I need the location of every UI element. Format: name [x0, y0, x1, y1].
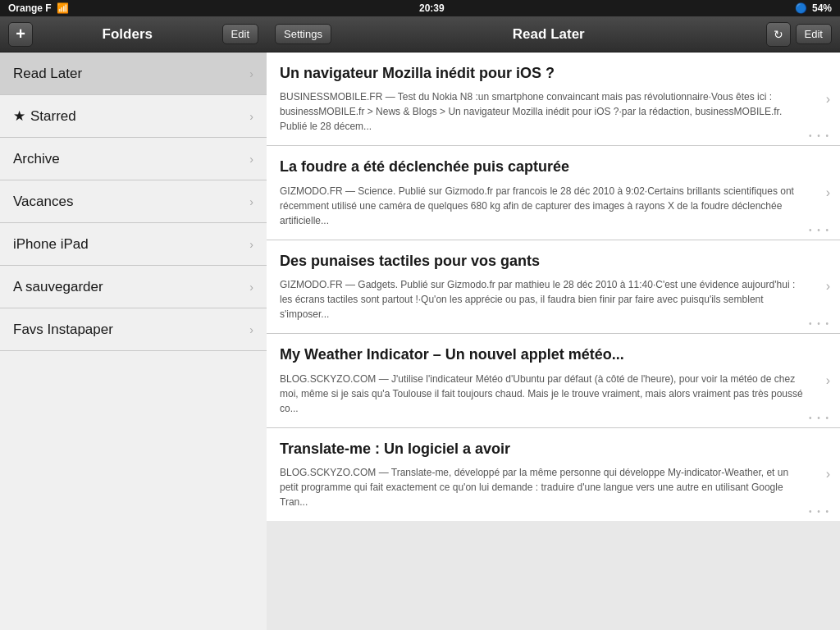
sidebar: + Folders Edit Read Later › ★ Starred › …: [0, 16, 267, 630]
battery-label: 54%: [812, 2, 832, 14]
article-item[interactable]: Un navigateur Mozilla inédit pour iOS ? …: [267, 52, 840, 146]
article-title: Un navigateur Mozilla inédit pour iOS ?: [280, 64, 807, 83]
add-folder-button[interactable]: +: [8, 22, 33, 47]
sidebar-header: + Folders Edit: [0, 16, 267, 52]
status-left: Orange F 📶: [8, 2, 69, 14]
sidebar-item-favs-instapaper[interactable]: Favs Instapaper ›: [0, 308, 267, 351]
article-chevron-icon: ›: [826, 185, 830, 200]
article-title: Translate-me : Un logiciel a avoir: [280, 440, 807, 459]
article-chevron-icon: ›: [826, 373, 830, 388]
article-dots: • • •: [809, 226, 830, 235]
sidebar-item-label: Read Later: [13, 66, 82, 82]
sidebar-item-label: A sauvegarder: [13, 279, 103, 295]
article-chevron-icon: ›: [826, 279, 830, 294]
bluetooth-icon: 🔵: [795, 2, 807, 14]
content-area: Settings Read Later ↻ Edit Un navigateur…: [267, 16, 840, 630]
article-chevron-icon: ›: [826, 92, 830, 107]
article-dots: • • •: [809, 319, 830, 328]
chevron-icon: ›: [249, 110, 253, 123]
star-icon: ★: [13, 107, 25, 125]
article-dots: • • •: [809, 413, 830, 422]
chevron-icon: ›: [249, 195, 253, 208]
sidebar-item-label: iPhone iPad: [13, 236, 89, 253]
article-excerpt: GIZMODO.FR — Gadgets. Publié sur Gizmodo…: [280, 277, 807, 322]
article-item[interactable]: La foudre a été déclenchée puis capturée…: [267, 146, 840, 240]
sidebar-item-label: ★ Starred: [13, 107, 76, 125]
time-label: 20:39: [419, 2, 445, 14]
article-list: Un navigateur Mozilla inédit pour iOS ? …: [267, 52, 840, 630]
article-title: La foudre a été déclenchée puis capturée: [280, 158, 807, 176]
sidebar-item-archive[interactable]: Archive ›: [0, 138, 267, 180]
article-dots: • • •: [809, 507, 830, 516]
content-edit-button[interactable]: Edit: [796, 24, 832, 44]
chevron-icon: ›: [249, 153, 253, 166]
refresh-button[interactable]: ↻: [766, 22, 791, 47]
settings-button[interactable]: Settings: [275, 24, 331, 44]
status-bar: Orange F 📶 20:39 🔵 54%: [0, 0, 840, 16]
article-dots: • • •: [809, 131, 830, 140]
sidebar-title: Folders: [103, 26, 153, 43]
sidebar-item-iphone-ipad[interactable]: iPhone iPad ›: [0, 223, 267, 266]
article-excerpt: BLOG.SCKYZO.COM — Translate-me, développ…: [280, 465, 807, 509]
article-item[interactable]: Translate-me : Un logiciel a avoir BLOG.…: [267, 428, 840, 521]
article-chevron-icon: ›: [826, 467, 830, 482]
sidebar-item-label: Archive: [13, 151, 60, 167]
chevron-icon: ›: [249, 238, 253, 251]
sidebar-item-label: Favs Instapaper: [13, 322, 113, 338]
chevron-icon: ›: [249, 281, 253, 294]
content-title: Read Later: [513, 26, 585, 43]
carrier-label: Orange F: [8, 2, 52, 14]
article-excerpt: BLOG.SCKYZO.COM — J'utilise l'indicateur…: [280, 372, 807, 416]
article-item[interactable]: Des punaises tactiles pour vos gants GIZ…: [267, 240, 840, 334]
sidebar-item-vacances[interactable]: Vacances ›: [0, 180, 267, 223]
article-title: My Weather Indicator – Un nouvel applet …: [280, 345, 807, 364]
wifi-icon: 📶: [57, 2, 69, 14]
article-excerpt: BUSINESSMOBILE.FR — Test du Nokia N8 :un…: [280, 89, 807, 134]
status-right: 🔵 54%: [795, 2, 832, 14]
content-header-right: ↻ Edit: [766, 22, 832, 47]
chevron-icon: ›: [249, 323, 253, 336]
article-excerpt: GIZMODO.FR — Science. Publié sur Gizmodo…: [280, 184, 807, 228]
article-item[interactable]: My Weather Indicator – Un nouvel applet …: [267, 334, 840, 427]
sidebar-item-starred[interactable]: ★ Starred ›: [0, 95, 267, 138]
chevron-icon: ›: [249, 67, 253, 80]
sidebar-edit-button[interactable]: Edit: [222, 24, 258, 44]
article-title: Des punaises tactiles pour vos gants: [280, 252, 807, 271]
sidebar-item-label: Vacances: [13, 194, 73, 210]
main-layout: + Folders Edit Read Later › ★ Starred › …: [0, 16, 840, 630]
sidebar-item-a-sauvegarder[interactable]: A sauvegarder ›: [0, 266, 267, 308]
content-header: Settings Read Later ↻ Edit: [267, 16, 840, 52]
sidebar-item-read-later[interactable]: Read Later ›: [0, 52, 267, 95]
